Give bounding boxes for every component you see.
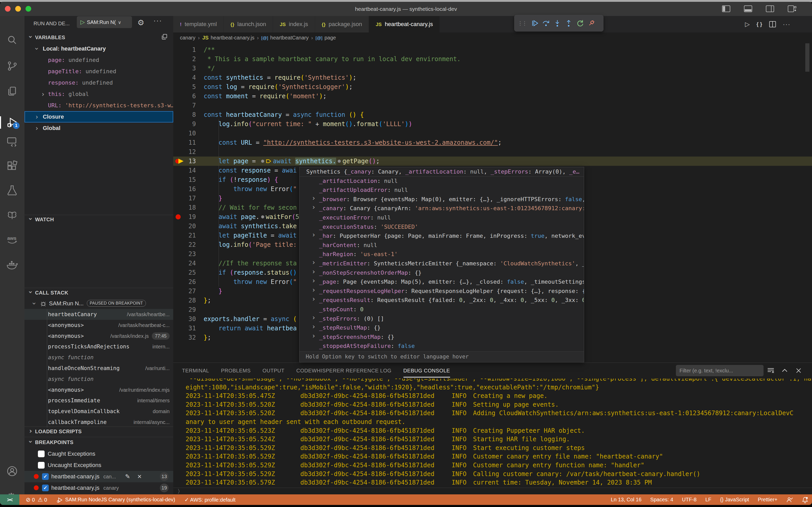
feedback-person-icon[interactable] [786,496,793,503]
breakpoint-checkbox[interactable] [38,462,45,468]
gutter-line-number[interactable]: 1 [173,45,196,54]
breakpoint-row[interactable]: ✓heartbeat-canary.jscanary19 [24,482,173,494]
source-control-icon[interactable] [6,60,18,72]
gutter-line-number[interactable]: 24 [173,259,196,268]
section-breakpoints[interactable]: › BREAKPOINTS [24,438,173,446]
code-line[interactable]: if (!response) { [204,175,278,184]
gutter-line-number[interactable]: 8 [173,110,196,119]
stack-frame[interactable]: <anonymous>/var/task/index.js77:45 [24,331,173,341]
code-line[interactable]: const log = require('SyntheticsLogger'); [204,82,353,92]
hover-property-row[interactable]: ›_metricEmitter: SyntheticsMetricEmitter… [300,259,584,268]
gutter-line-number[interactable]: 16 [173,184,196,194]
chevron-right-icon[interactable]: › [311,332,317,339]
panel-tab-problems[interactable]: PROBLEMS [221,363,251,379]
maximize-panel-icon[interactable] [779,365,790,376]
stack-frame[interactable]: async function [24,374,173,385]
console-row[interactable]: 2023-11-14T20:35:05.520Zdb3d302f-d9bc-42… [173,400,812,409]
hover-property-row[interactable]: ›_browser: Browser {eventsMap: Map(0), e… [300,195,584,204]
console-row[interactable]: 2023-11-14T20:35:05.579Zdb3d302f-d9bc-42… [173,478,812,487]
debug-config-dropdown[interactable]: ▷SAM:Run N(∨ [77,16,132,28]
debug-settings-gear-icon[interactable]: ⚙ [137,18,144,27]
breakpoint-row[interactable]: Caught Exceptions [24,448,173,459]
console-row[interactable]: 2023-11-14T20:35:05.529Zdb3d302f-d9bc-42… [173,461,812,469]
variable-row[interactable]: ›Closure [24,111,173,122]
section-call-stack[interactable]: › CALL STACK [24,289,173,296]
console-row[interactable]: 2023-11-14T20:35:05.523Zdb3d302f-d9bc-42… [173,426,812,435]
gutter-line-number[interactable]: 14 [173,166,196,175]
code-line[interactable]: }; [204,296,211,305]
gutter-line-number[interactable]: 11 [173,138,196,147]
aws-icon[interactable]: aws [6,233,18,245]
section-watch[interactable]: › WATCH [24,216,173,223]
stack-frame[interactable]: processTicksAndRejectionsintern... [24,341,173,352]
chevron-right-icon[interactable]: › [311,204,317,211]
more-actions-icon[interactable]: ··· [783,21,791,28]
inline-breakpoint-candidate-icon[interactable] [266,158,271,164]
gutter-line-number[interactable]: 32 [173,333,196,342]
restart-icon[interactable] [574,18,586,29]
code-line[interactable]: throw new Error(" [204,184,297,194]
remote-indicator[interactable]: >< [0,494,19,505]
gutter-line-number[interactable]: 26 [173,277,196,286]
variable-row[interactable]: ›Local: heartbeatCanary [24,43,173,54]
console-row[interactable]: 2023-11-14T20:35:05.520Zdb3d302f-d9bc-42… [173,409,812,417]
section-variables[interactable]: › VARIABLES [24,34,173,41]
inline-breakpoint-dot-icon[interactable] [338,160,341,163]
chevron-right-icon[interactable]: › [311,231,317,238]
breakpoint-row[interactable]: ✓heartbeat-canary.jscan...✎×13 [24,471,173,482]
gutter-line-number[interactable]: 5 [173,82,196,92]
aws-profile-status[interactable]: ✓ AWS: profile:default [185,494,236,505]
step-over-icon[interactable] [540,18,552,29]
variable-row[interactable]: URL: 'http://synthetics-testers.s3-w… [24,100,173,111]
step-into-icon[interactable] [552,18,563,29]
gutter-line-number[interactable]: 3 [173,64,196,73]
step-out-icon[interactable] [563,18,574,29]
toggle-sidebar-icon[interactable] [722,5,731,13]
gutter-line-number[interactable]: 21 [173,231,196,240]
gutter-line-number[interactable]: 25 [173,268,196,277]
remote-explorer-icon[interactable] [6,136,18,147]
hover-property-row[interactable]: ›_stepScreenshotMap: {} [300,332,584,342]
code-line[interactable]: } [204,194,222,203]
code-line[interactable]: const moment = require('moment'); [204,92,327,101]
hover-property-row[interactable]: ›_stepResultMap: {} [300,323,584,332]
stack-frame[interactable]: processImmediateinternal/timers [24,395,173,406]
code-line[interactable]: exports.handler = async ( [204,315,297,324]
gutter-line-number[interactable]: 29 [173,305,196,315]
debug-session-row[interactable]: › SAM:Run N... PAUSED ON BREAKPOINT [24,298,173,309]
code-line[interactable]: const response = awai [204,166,297,175]
gutter-line-number[interactable]: 9 [173,119,196,129]
hover-property-row[interactable]: _executionStatus: 'SUCCEEDED' [300,222,584,232]
continue-icon[interactable] [529,18,540,29]
clear-console-icon[interactable] [765,365,776,376]
breakpoint-icon[interactable] [176,214,181,219]
tab-index.js[interactable]: JSindex.js [273,16,315,33]
code-line[interactable]: const heartbeatCanary = async function (… [204,110,364,119]
chevron-right-icon[interactable]: › [311,323,317,330]
panel-tab-debug-console[interactable]: DEBUG CONSOLE [403,363,450,379]
code-line[interactable]: log.info("current time: " + moment().for… [204,119,412,129]
hover-property-row[interactable]: _harContent: null [300,241,584,250]
test-beaker-icon[interactable] [6,185,18,196]
console-row[interactable]: '--disable-dev-shm-usage','--no-sandbox'… [173,379,812,383]
code-line[interactable]: // Wait for few secon [204,203,297,212]
search-icon[interactable] [6,34,18,46]
view-more-actions-icon[interactable]: ··· [153,16,162,25]
stack-frame[interactable]: <anonymous>/var/task/heartbeat-c... [24,320,173,331]
customize-layout-icon[interactable] [788,5,796,13]
console-input-prompt[interactable]: 〉 [177,488,183,495]
variable-row[interactable]: pageTitle: undefined [24,66,173,77]
code-line[interactable]: const synthetics = require('Synthetics')… [204,73,356,82]
console-row[interactable]: 2023-11-14T20:35:05.529Zdb3d302f-d9bc-42… [173,444,812,452]
code-line[interactable]: }; [204,333,211,342]
chevron-right-icon[interactable]: › [311,295,317,302]
chevron-right-icon[interactable]: › [311,259,317,266]
hover-property-row[interactable]: _harRegion: 'us-east-1' [300,249,584,259]
code-line[interactable]: throw new Error(" [204,277,297,286]
current-breakpoint-arrow-icon[interactable] [175,158,185,164]
status--javascript[interactable]: {} JavaScript [720,494,749,505]
gutter-line-number[interactable]: 4 [173,73,196,82]
close-panel-icon[interactable] [793,365,804,376]
disconnect-icon[interactable] [586,18,597,29]
gutter-line-number[interactable]: 28 [173,296,196,305]
